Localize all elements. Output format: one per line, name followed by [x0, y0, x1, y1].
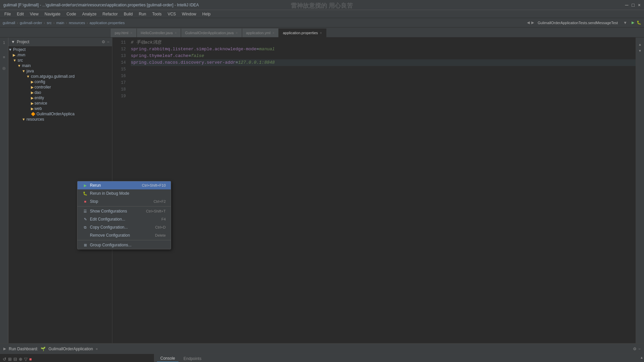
tab-application-properties[interactable]: application.properties× [279, 28, 326, 37]
tree-label: src [17, 58, 23, 63]
stop-icon[interactable]: ■ [29, 357, 32, 362]
run-button[interactable]: ▶ [632, 20, 634, 25]
ctx-shortcut: F4 [161, 217, 166, 221]
code-content[interactable]: 111213141516171819 # 手动ack消息spring.rabbi… [112, 38, 636, 343]
tree-item-com-atguigu-gulimall-ord[interactable]: ▼com.atguigu.gulimall.ord [8, 74, 112, 79]
maximize-button[interactable]: □ [632, 2, 634, 8]
menu-item-refactor[interactable]: Refactor [100, 11, 120, 17]
code-line-14: spring.rabbitmq.listener.simple.acknowle… [131, 46, 636, 53]
ctx-item-remove-configuration[interactable]: Remove ConfigurationDelete [77, 231, 171, 239]
ctx-item-group-configurations---[interactable]: ⊞Group Configurations... [77, 241, 171, 249]
scroll-up-icon[interactable]: ▲ [640, 356, 643, 359]
project-collapse-icon[interactable]: − [107, 40, 109, 44]
sidebar-toggle-2[interactable]: ≡ [1, 54, 7, 60]
menu-item-analyze[interactable]: Analyze [79, 11, 99, 17]
tab-close[interactable]: × [320, 31, 322, 35]
ctx-item-copy-configuration---[interactable]: ⧉Copy Configuration...Ctrl+D [77, 223, 171, 231]
tree-item-main[interactable]: ▼main [8, 63, 112, 68]
tab-close[interactable]: × [130, 31, 132, 35]
tree-item-gulimallorderapplica[interactable]: 🔶GulimallOrderApplica [8, 111, 112, 117]
settings-icon[interactable]: ⚙ [633, 347, 637, 351]
menu-item-run[interactable]: Run [136, 11, 149, 17]
menu-item-code[interactable]: Code [64, 11, 79, 17]
tree-item-dao[interactable]: ▶dao [8, 90, 112, 95]
ctx-item-stop[interactable]: ■StopCtrl+F2 [77, 197, 171, 205]
ctx-item-icon: ⊞ [83, 243, 88, 247]
tab-gulimallorderapplication-java[interactable]: GulimallOrderApplication.java× [181, 28, 242, 37]
menu-item-view[interactable]: View [27, 11, 41, 17]
bottom-toolbar-icons: ⚙ − [633, 347, 641, 351]
run-dashboard-close[interactable]: × [96, 347, 98, 351]
tree-item-java[interactable]: ▼java [8, 68, 112, 74]
refresh-icon[interactable]: ↺ [3, 357, 6, 362]
run-dashboard-app-name[interactable]: GulimallOrderApplication [48, 347, 93, 351]
menu-item-help[interactable]: Help [200, 11, 213, 17]
right-sidebar-icon-1[interactable]: ▲ [638, 43, 642, 46]
debug-button[interactable]: 🐛 [637, 20, 641, 25]
console-area: Console Endpoints [154, 354, 639, 362]
ctx-item-show-configurations[interactable]: ☰Show ConfigurationsCtrl+Shift+T [77, 207, 171, 215]
tab-hellocontroller-java[interactable]: HelloController.java× [137, 28, 181, 37]
project-settings-icon[interactable]: ⚙ [102, 40, 105, 44]
menu-item-window[interactable]: Window [179, 11, 199, 17]
run-config-display[interactable]: GulimallOrderApplicationTests.sendMessag… [536, 20, 620, 25]
tree-icon: ▼ [17, 64, 21, 68]
breadcrumb-item-application-properties[interactable]: application.properties [90, 21, 125, 25]
close-button[interactable]: × [638, 2, 641, 8]
right-sidebar-icon-2[interactable]: ▼ [638, 49, 642, 53]
breadcrumb-sep-5: › [87, 21, 88, 25]
tree-icon: ▼ [8, 48, 12, 52]
title-bar: gulimall [F:\gulimall] - ...\gulimall-or… [0, 0, 644, 10]
breadcrumb-item-gulimall-order[interactable]: gulimall-order [20, 21, 42, 25]
sidebar-toggle-3[interactable]: ◎ [1, 65, 7, 71]
tab-close[interactable]: × [175, 31, 177, 35]
filter-icon[interactable]: ▽ [24, 357, 28, 362]
minimize-panel-icon[interactable]: − [638, 347, 641, 351]
tree-item-config[interactable]: ▶config [8, 79, 112, 84]
run-config-nav-left[interactable]: ◀ [527, 20, 530, 25]
collapse-all-icon[interactable]: ⊟ [13, 357, 17, 362]
tree-indent [8, 74, 26, 79]
ctx-item-rerun-in-debug-mode[interactable]: 🐛Rerun in Debug Mode [77, 189, 171, 197]
tab-endpoints[interactable]: Endpoints [180, 355, 205, 362]
breadcrumb-item-resources[interactable]: resources [69, 21, 85, 25]
tab-pay-html[interactable]: pay.html× [111, 28, 137, 37]
expand-all-icon[interactable]: ⊞ [8, 357, 12, 362]
tree-item-service[interactable]: ▶service [8, 101, 112, 106]
tree-item-entity[interactable]: ▶entity [8, 95, 112, 101]
tree-label: com.atguigu.gulimall.ord [31, 74, 74, 79]
tree-indent [8, 79, 31, 84]
group-icon[interactable]: ⊕ [19, 357, 22, 362]
ctx-shortcut: Delete [155, 233, 166, 237]
breadcrumb-item-main[interactable]: main [56, 21, 64, 25]
menu-item-navigate[interactable]: Navigate [42, 11, 63, 17]
menu-item-edit[interactable]: Edit [14, 11, 26, 17]
breadcrumb-item-src[interactable]: src [47, 21, 52, 25]
tab-console[interactable]: Console [157, 355, 178, 362]
run-config-dropdown[interactable]: ▼ [623, 20, 627, 25]
minimize-button[interactable]: ─ [625, 2, 628, 8]
run-panel-scrollbar[interactable]: ▲ ▼ [639, 354, 644, 362]
menu-item-vcs[interactable]: VCS [165, 11, 179, 17]
menu-item-tools[interactable]: Tools [150, 11, 164, 17]
ctx-item-edit-configuration---[interactable]: ✎Edit Configuration...F4 [77, 215, 171, 223]
tree-indent [8, 90, 31, 95]
tree-item-project[interactable]: ▼Project [8, 47, 112, 52]
ctx-item-rerun[interactable]: ▶RerunCtrl+Shift+F10 [77, 181, 171, 189]
tree-item-src[interactable]: ▼src [8, 58, 112, 63]
tab-close[interactable]: × [272, 31, 274, 35]
breadcrumb-item-gulimall[interactable]: gulimall [3, 21, 15, 25]
run-config-nav-right[interactable]: ▶ [531, 20, 534, 25]
tree-item-web[interactable]: ▶web [8, 106, 112, 111]
menu-item-build[interactable]: Build [121, 11, 136, 17]
tree-item--mvn[interactable]: ▶.mvn [8, 52, 112, 58]
project-chevron[interactable]: ▼ [11, 40, 15, 44]
tree-indent [8, 69, 22, 73]
tab-close[interactable]: × [236, 31, 238, 35]
tab-application-yml[interactable]: application.yml× [242, 28, 279, 37]
menu-item-file[interactable]: File [2, 11, 13, 17]
tree-item-controller[interactable]: ▶controller [8, 84, 112, 90]
sidebar-toggle-1[interactable]: 1 [1, 39, 7, 46]
tree-item-resources[interactable]: ▼resources [8, 117, 112, 122]
tab-label: application.yml [246, 31, 271, 35]
